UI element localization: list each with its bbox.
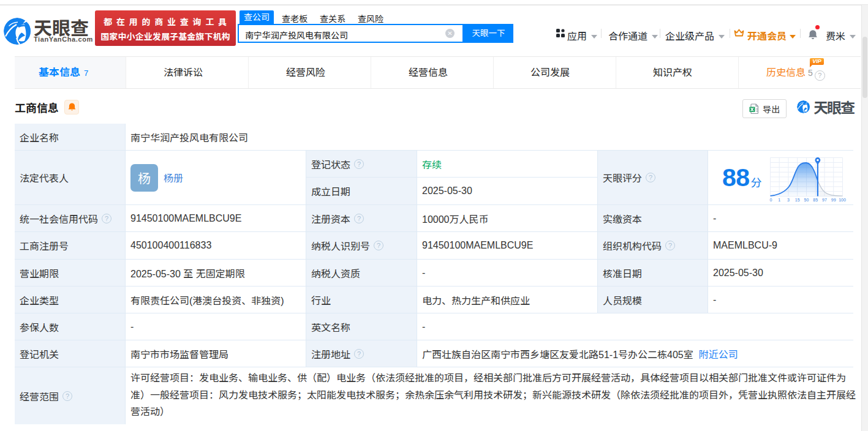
svg-text:97: 97: [822, 198, 827, 202]
svg-text:99: 99: [831, 198, 836, 202]
svg-text:85: 85: [813, 198, 818, 202]
svg-text:1: 1: [778, 198, 780, 202]
svg-text:0: 0: [769, 198, 772, 202]
svg-text:3: 3: [787, 198, 790, 202]
svg-text:100: 100: [839, 198, 846, 202]
svg-text:50: 50: [804, 198, 809, 202]
svg-text:15: 15: [794, 198, 799, 202]
